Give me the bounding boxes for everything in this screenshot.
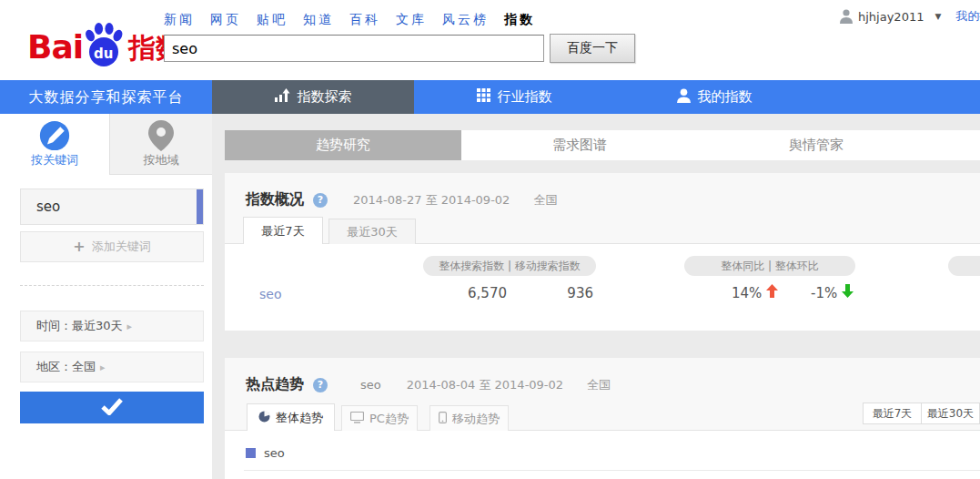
baidu-index-page: Bai du 指数 新闻网页贴吧知道百科文库风云榜指数 百度一下	[0, 0, 980, 479]
nav-link-fengyunbang[interactable]: 风云榜	[442, 12, 489, 26]
sidebar-tab-by-region[interactable]: 按地域	[109, 114, 212, 175]
phone-icon	[439, 412, 447, 426]
arrow-up-icon	[766, 284, 778, 301]
trend-tab-label: PC趋势	[369, 411, 409, 427]
clipped-column-header	[948, 256, 980, 276]
region-scope: 全国	[587, 377, 611, 393]
trend-range-last-30-days[interactable]: 最近30天	[921, 403, 980, 424]
tab-demand-map[interactable]: 需求图谱	[461, 130, 698, 160]
logo-text-bai: Bai	[27, 25, 83, 69]
index-overview-title-row: 指数概况 ? 2014-08-27 至 2014-09-02 全国	[246, 190, 557, 209]
plus-icon: +	[73, 238, 85, 255]
bar-chart-icon	[275, 88, 290, 106]
index-overview-body: 整体搜索指数 | 移动搜索指数 整体同比 | 整体环比 seo 6,570 93…	[225, 244, 980, 330]
caret-right-icon: ▸	[100, 362, 106, 373]
trend-tab-label: 整体趋势	[276, 410, 323, 426]
baidu-index-logo[interactable]: Bai du 指数	[27, 18, 183, 69]
navbar-tab-industry-index[interactable]: 行业指数	[414, 80, 614, 114]
user-icon	[677, 88, 691, 107]
nav-link-wenku[interactable]: 文库	[396, 12, 427, 26]
top-nav: 新闻网页贴吧知道百科文库风云榜指数	[164, 12, 535, 28]
index-overview-card: 指数概况 ? 2014-08-27 至 2014-09-02 全国 最近7天 最…	[225, 173, 980, 331]
index-overview-header: 指数概况 ? 2014-08-27 至 2014-09-02 全国 最近7天 最…	[225, 173, 980, 244]
time-filter-label: 时间：最近30天	[36, 319, 123, 332]
trend-tab-mobile[interactable]: 移动趋势	[429, 405, 509, 431]
navbar-tab-my-index[interactable]: 我的指数	[614, 80, 814, 114]
range-tab-last-7-days[interactable]: 最近7天	[243, 217, 323, 244]
confirm-button[interactable]	[20, 392, 204, 423]
research-tabs: 趋势研究 需求图谱 舆情管家	[225, 130, 980, 160]
trend-tab-pc[interactable]: PC趋势	[341, 405, 418, 431]
add-keyword-button[interactable]: +添加关键词	[20, 231, 204, 262]
hot-trend-body: seo	[225, 431, 980, 479]
caret-down-icon[interactable]: ▼	[935, 12, 941, 21]
mom-metric: -1%	[811, 284, 854, 301]
pie-icon	[258, 411, 270, 425]
legend-label: seo	[264, 446, 285, 460]
date-range: 2014-08-04 至 2014-09-02	[407, 377, 563, 393]
nav-link-news[interactable]: 新闻	[164, 12, 195, 26]
range-tab-last-30-days[interactable]: 最近30天	[328, 219, 416, 244]
add-keyword-label: 添加关键词	[92, 240, 151, 253]
help-icon[interactable]: ?	[313, 378, 328, 392]
sidebar: 按关键词 按地域 seo +添加关键词 时间：最近30天▸ 地区：全国▸	[0, 114, 212, 479]
sidebar-tab-by-keyword[interactable]: 按关键词	[0, 114, 109, 175]
help-icon[interactable]: ?	[313, 193, 328, 208]
legend-swatch	[246, 448, 256, 458]
compare-column-header: 整体同比 | 整体环比	[684, 256, 855, 276]
primary-navbar: 大数据分享和探索平台 指数探索 行业指数 我的指数	[0, 80, 980, 114]
tab-sentiment-manager[interactable]: 舆情管家	[698, 130, 935, 160]
nav-link-baike[interactable]: 百科	[349, 12, 380, 26]
keyword-color-bar	[197, 189, 203, 224]
hot-trend-card: 热点趋势 ? seo 2014-08-04 至 2014-09-02 全国 整体…	[225, 358, 980, 479]
user-area: hjhjay2011 ▼ 我的指数	[840, 8, 980, 25]
keyword-item-label: seo	[21, 189, 203, 224]
username[interactable]: hjhjay2011	[858, 10, 924, 24]
caret-right-icon: ▸	[127, 321, 133, 332]
date-range: 2014-08-27 至 2014-09-02	[353, 192, 510, 209]
region-scope: 全国	[533, 192, 557, 209]
baidu-paw-icon: du	[83, 22, 125, 69]
nav-link-tieba[interactable]: 贴吧	[257, 12, 288, 26]
baidu-search-button[interactable]: 百度一下	[550, 34, 635, 63]
sidebar-tab-label: 按关键词	[0, 152, 109, 168]
arrow-down-icon	[842, 284, 854, 301]
yoy-value: 14%	[732, 285, 762, 301]
grid-icon	[477, 88, 490, 106]
section-title: 热点趋势	[246, 375, 304, 394]
trend-tab-overall[interactable]: 整体趋势	[247, 403, 335, 431]
monitor-icon	[350, 412, 364, 426]
trend-keyword: seo	[360, 378, 381, 392]
logo-text-du: du	[94, 46, 113, 62]
region-filter-label: 地区：全国	[36, 360, 96, 373]
region-filter[interactable]: 地区：全国▸	[20, 352, 204, 382]
time-filter[interactable]: 时间：最近30天▸	[20, 311, 204, 341]
keyword-row-label[interactable]: seo	[259, 287, 281, 301]
sidebar-tab-label: 按地域	[110, 152, 212, 168]
nav-link-zhidao[interactable]: 知道	[303, 12, 334, 26]
chart-legend: seo	[246, 446, 285, 460]
overall-search-index-value: 6,570	[434, 285, 507, 301]
my-index-link[interactable]: 我的指数	[955, 8, 980, 25]
trend-tab-label: 移动趋势	[452, 411, 500, 427]
check-icon	[101, 398, 123, 418]
yoy-metric: 14%	[732, 284, 778, 301]
navbar-tab-index-explore[interactable]: 指数探索	[212, 80, 414, 114]
nav-current-index: 指数	[504, 12, 535, 26]
keyword-edit-icon	[0, 120, 109, 151]
keyword-item[interactable]: seo	[20, 189, 204, 225]
user-icon	[840, 9, 853, 24]
search-index-column-header: 整体搜索指数 | 移动搜索指数	[423, 256, 596, 276]
hot-trend-header: 热点趋势 ? seo 2014-08-04 至 2014-09-02 全国 整体…	[225, 358, 980, 431]
navbar-tab-label: 指数探索	[298, 88, 352, 106]
trend-range-last-7-days[interactable]: 最近7天	[863, 403, 922, 424]
chart-top-gridline	[244, 470, 980, 471]
tab-trend-research[interactable]: 趋势研究	[225, 130, 461, 160]
section-title: 指数概况	[246, 190, 304, 209]
mobile-search-index-value: 936	[525, 285, 593, 301]
hot-trend-title-row: 热点趋势 ? seo 2014-08-04 至 2014-09-02 全国	[246, 375, 611, 394]
nav-link-web[interactable]: 网页	[210, 12, 241, 26]
sidebar-divider	[20, 285, 204, 286]
main-content: 趋势研究 需求图谱 舆情管家 指数概况 ? 2014-08-27 至 2014-…	[212, 114, 980, 479]
search-input[interactable]	[164, 35, 544, 62]
